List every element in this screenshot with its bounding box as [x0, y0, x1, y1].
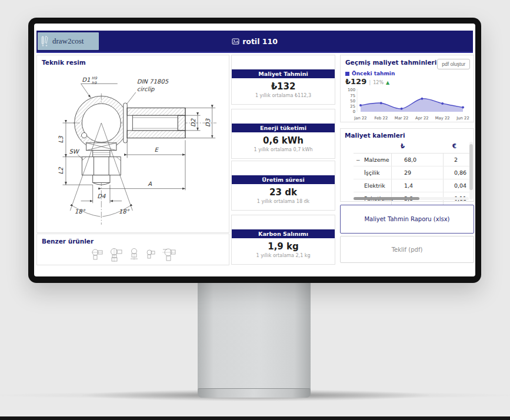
svg-text:75: 75 [350, 94, 355, 98]
history-panel: Geçmiş maliyet tahminleri pdf oluştur Ön… [340, 55, 474, 122]
similar-product-thumbnail[interactable] [109, 247, 123, 262]
stat-card-average: 1 yıllık ortalama ₺112,3 [232, 93, 335, 98]
technical-drawing: D1 H9 h9 DIN 71805 circlip D2 D3 L3 L2 S… [46, 67, 223, 229]
similar-product-thumbnail[interactable] [128, 247, 140, 262]
dim-label-circlip: circlip [137, 86, 155, 93]
svg-text:Apr 22: Apr 22 [415, 116, 429, 121]
dim-label-l3: L3 [58, 135, 64, 144]
horizontal-scrollbar-thumb[interactable] [354, 197, 419, 200]
legend-label: Önceki tahmin [352, 71, 395, 76]
monitor-stand [198, 283, 311, 389]
offer-pdf-button[interactable]: Teklif (pdf) [340, 236, 474, 263]
cost-items-table: ₺ € − Malzeme 68,0 2 İşçilik 29 0,86 [354, 142, 470, 205]
stat-card-production-time: Üretim süresi 23 dk 1 yıllık ortalama 18… [231, 161, 335, 211]
page-title: rotil 110 [36, 31, 473, 52]
horizontal-scrollbar[interactable] [354, 197, 469, 200]
stat-card-average: 1 yıllık ortalama 2,1 kg [232, 253, 335, 258]
desktop-background: draw2cost rotil 110 Teknik resim [0, 0, 510, 420]
svg-text:25: 25 [350, 104, 355, 109]
svg-text:Jun 22: Jun 22 [456, 116, 469, 121]
app-header: draw2cost rotil 110 [36, 31, 473, 53]
cost-item-eur: 0,04 [443, 179, 470, 192]
dim-label-din: DIN 71805 [137, 78, 169, 85]
dim-label-d3: D3 [205, 118, 211, 127]
technical-drawing-panel: Teknik resim [36, 55, 229, 233]
dim-label-angle-right: 18° [119, 208, 130, 215]
stat-card-header: Maliyet Tahmini [232, 69, 335, 78]
pdf-create-button[interactable]: pdf oluştur [437, 59, 470, 69]
stat-card-header: Karbon Salınımı [232, 229, 335, 238]
table-row[interactable]: İşçilik 29 0,86 [354, 166, 470, 179]
cost-item-eur: 2 [443, 154, 470, 166]
dim-label-d1-h9l: h9 [92, 81, 97, 85]
svg-text:Mar 22: Mar 22 [395, 116, 409, 121]
dim-label-a: A [148, 181, 152, 187]
similar-products-title: Benzer ürünler [42, 238, 94, 245]
column-header-try: ₺ [401, 143, 405, 149]
cost-item-label: Malzeme [364, 156, 391, 163]
similar-products-panel: Benzer ürünler [36, 234, 229, 265]
dim-label-angle-left: 18° [75, 208, 86, 215]
delta-value: 12% [373, 80, 384, 85]
dim-label-e: E [154, 146, 159, 153]
cost-item-try: 29 [391, 166, 443, 179]
similar-products-row [37, 247, 230, 262]
cost-items-title: Maliyet kalemleri [345, 132, 405, 139]
report-xlsx-button[interactable]: Maliyet Tahmin Raporu (xlsx) [340, 205, 474, 234]
stat-card-value: 1,9 kg [232, 241, 335, 252]
stat-card-value: 23 dk [232, 187, 335, 198]
stat-card-average: 1 yıllık ortalama 18 dk [232, 199, 335, 204]
table-row[interactable]: − Malzeme 68,0 2 [354, 154, 470, 166]
cost-item-label: İşçilik [364, 169, 391, 176]
history-chart: 0255075100Jan 22Feb 22Mar 22Apr 22May 22… [343, 87, 472, 121]
current-estimate-value: ₺129 [345, 77, 366, 86]
dim-label-sw: SW [69, 148, 79, 155]
cost-items-panel: Maliyet kalemleri ₺ € − Malzeme 68,0 2 [340, 128, 474, 202]
cost-item-eur: 0,86 [443, 166, 470, 179]
monitor-stand-base [198, 388, 311, 398]
dim-label-d2: D2 [190, 118, 196, 127]
monitor-bezel: draw2cost rotil 110 Teknik resim [28, 18, 481, 283]
vertical-scrollbar[interactable] [469, 142, 473, 199]
vertical-scrollbar-thumb[interactable] [469, 144, 473, 190]
similar-product-thumbnail[interactable] [145, 247, 156, 262]
cost-item-try: 1,4 [391, 179, 443, 192]
svg-text:Jan 22: Jan 22 [354, 116, 366, 121]
cost-item-label: Elektrik [364, 182, 391, 189]
stat-card-energy: Enerji tüketimi 0,6 kWh 1 yıllık ortalam… [231, 109, 335, 159]
current-estimate-row: ₺129 | 12% ▲ [345, 77, 389, 86]
svg-text:May 22: May 22 [435, 116, 450, 121]
table-row[interactable]: Elektrik 1,4 0,04 [354, 179, 470, 192]
history-title: Geçmiş maliyet tahminleri [345, 59, 436, 66]
svg-text:0: 0 [353, 109, 355, 114]
floor-strip [0, 416, 510, 420]
stat-card-average: 1 yıllık ortalama 0,7 kWh [232, 147, 335, 152]
history-chart-wrap: 0255075100Jan 22Feb 22Mar 22Apr 22May 22… [343, 87, 472, 124]
page-title-text: rotil 110 [242, 37, 278, 46]
delta-separator: | [369, 79, 371, 85]
stat-card-header: Üretim süresi [232, 175, 335, 184]
screen: draw2cost rotil 110 Teknik resim [34, 24, 475, 276]
stat-card-value: ₺132 [232, 81, 335, 92]
dim-label-l2: L2 [58, 167, 64, 175]
svg-text:100: 100 [348, 88, 355, 92]
drawing-panel-title: Teknik resim [42, 59, 86, 66]
stat-card-carbon: Karbon Salınımı 1,9 kg 1 yıllık ortalama… [231, 215, 335, 265]
similar-product-thumbnail[interactable] [161, 247, 176, 262]
cost-table-header: ₺ € [354, 142, 470, 154]
svg-text:Feb 22: Feb 22 [374, 116, 388, 121]
cost-item-try: 68,0 [391, 154, 443, 166]
stat-card-cost: Maliyet Tahmini ₺132 1 yıllık ortalama ₺… [231, 55, 335, 105]
dim-label-d1: D1 [82, 77, 90, 84]
collapse-toggle-icon[interactable]: − [354, 157, 364, 163]
svg-text:50: 50 [350, 99, 355, 104]
column-header-eur: € [452, 143, 456, 149]
dim-label-d4: D4 [97, 193, 106, 199]
trend-up-icon: ▲ [386, 80, 389, 85]
legend-marker [345, 72, 349, 76]
chart-legend: Önceki tahmin [345, 71, 395, 76]
stat-card-header: Enerji tüketimi [232, 124, 335, 132]
similar-product-thumbnail[interactable] [91, 247, 104, 262]
image-icon [232, 38, 239, 45]
dim-label-d1-h9: H9 [92, 76, 98, 81]
